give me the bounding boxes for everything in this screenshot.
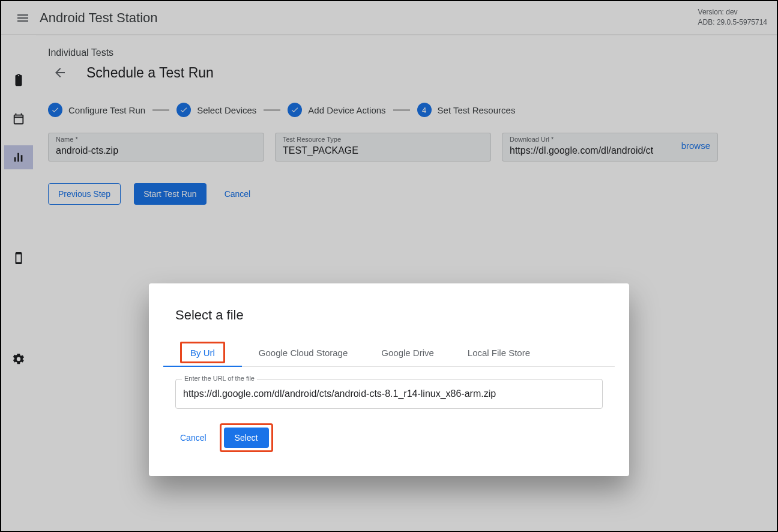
dialog-tabs: By Url Google Cloud Storage Google Drive… bbox=[163, 339, 615, 367]
tab-label: Google Drive bbox=[381, 348, 434, 358]
tab-label: Google Cloud Storage bbox=[259, 348, 348, 358]
dialog-title: Select a file bbox=[175, 307, 603, 323]
select-file-dialog: Select a file By Url Google Cloud Storag… bbox=[149, 283, 629, 476]
tab-label: Local File Store bbox=[468, 348, 530, 358]
dialog-select-button[interactable]: Select bbox=[224, 428, 269, 448]
select-highlight: Select bbox=[220, 423, 273, 452]
dialog-actions: Cancel Select bbox=[175, 423, 603, 452]
url-field-label: Enter the URL of the file bbox=[182, 375, 257, 382]
tab-by-url[interactable]: By Url bbox=[163, 339, 242, 366]
url-field[interactable]: Enter the URL of the file bbox=[175, 379, 603, 409]
url-input[interactable] bbox=[183, 383, 595, 405]
tab-gcs[interactable]: Google Cloud Storage bbox=[242, 339, 364, 366]
dialog-cancel-button[interactable]: Cancel bbox=[175, 427, 211, 449]
tab-local[interactable]: Local File Store bbox=[451, 339, 547, 366]
tab-label: By Url bbox=[180, 342, 225, 363]
tab-drive[interactable]: Google Drive bbox=[364, 339, 451, 366]
